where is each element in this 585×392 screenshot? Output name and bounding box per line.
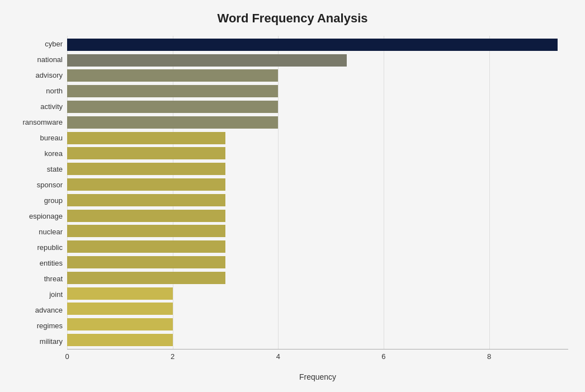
bar-row	[67, 99, 568, 115]
y-label: joint	[49, 291, 63, 298]
bar	[67, 240, 225, 253]
y-label: entities	[40, 259, 63, 267]
bar	[67, 69, 278, 82]
y-label: threat	[44, 275, 63, 282]
bar	[67, 85, 278, 97]
x-axis-label: Frequency	[299, 372, 336, 381]
bar-row	[67, 317, 568, 332]
x-tick-label: 2	[171, 352, 174, 361]
bar-row	[67, 115, 568, 130]
y-label: korea	[44, 150, 63, 157]
bar	[67, 287, 173, 300]
bar	[67, 147, 225, 159]
bar-row	[67, 224, 568, 239]
bar-row	[67, 192, 568, 208]
x-tick-label: 4	[276, 352, 280, 361]
y-label: espionage	[29, 212, 63, 220]
x-tick-label: 0	[65, 352, 69, 361]
y-label: nuclear	[39, 228, 63, 235]
bar	[67, 39, 558, 51]
bar	[67, 54, 347, 67]
chart-container: Word Frequency Analysis cybernationaladv…	[0, 0, 585, 392]
x-tick-label: 6	[381, 352, 385, 361]
bar	[67, 116, 278, 129]
y-axis: cybernationaladvisorynorthactivityransom…	[17, 36, 67, 366]
y-label: sponsor	[37, 181, 63, 188]
bar-row	[67, 270, 568, 286]
x-tick-label: 8	[487, 352, 491, 361]
bar	[67, 225, 225, 237]
bar	[67, 334, 173, 346]
y-label: regimes	[37, 322, 63, 329]
y-label: activity	[40, 103, 63, 110]
y-label: ransomware	[22, 119, 63, 126]
bar-row	[67, 332, 568, 348]
bar	[67, 272, 225, 284]
bars-and-xaxis: Frequency 02468	[67, 36, 568, 366]
bar-row	[67, 239, 568, 254]
y-label: north	[46, 87, 63, 95]
y-label: national	[37, 56, 63, 63]
y-label: advance	[35, 306, 63, 314]
bars-list	[67, 36, 568, 349]
bar	[67, 303, 173, 315]
y-label: republic	[37, 244, 63, 251]
bar-row	[67, 146, 568, 162]
x-axis: Frequency 02468	[67, 349, 568, 366]
bar	[67, 101, 278, 113]
bar-row	[67, 177, 568, 192]
bar-row	[67, 254, 568, 270]
y-label: advisory	[36, 72, 63, 79]
bar	[67, 194, 225, 206]
bar	[67, 256, 225, 268]
bar	[67, 318, 173, 330]
bars-area	[67, 36, 568, 349]
bar	[67, 178, 225, 191]
y-label: group	[44, 197, 63, 204]
y-label: bureau	[40, 134, 63, 141]
bar-row	[67, 37, 568, 53]
bar-row	[67, 130, 568, 146]
bar	[67, 132, 225, 144]
bar	[67, 210, 225, 222]
y-label: cyber	[45, 40, 63, 48]
bar-row	[67, 301, 568, 317]
bar-row	[67, 53, 568, 68]
chart-title: Word Frequency Analysis	[17, 11, 568, 26]
y-label: state	[47, 166, 63, 173]
bar-row	[67, 161, 568, 177]
bar-row	[67, 286, 568, 301]
bar	[67, 163, 225, 175]
bar-row	[67, 83, 568, 99]
bar-row	[67, 68, 568, 84]
y-label: military	[40, 338, 63, 345]
chart-area: cybernationaladvisorynorthactivityransom…	[17, 36, 568, 366]
bar-row	[67, 208, 568, 224]
